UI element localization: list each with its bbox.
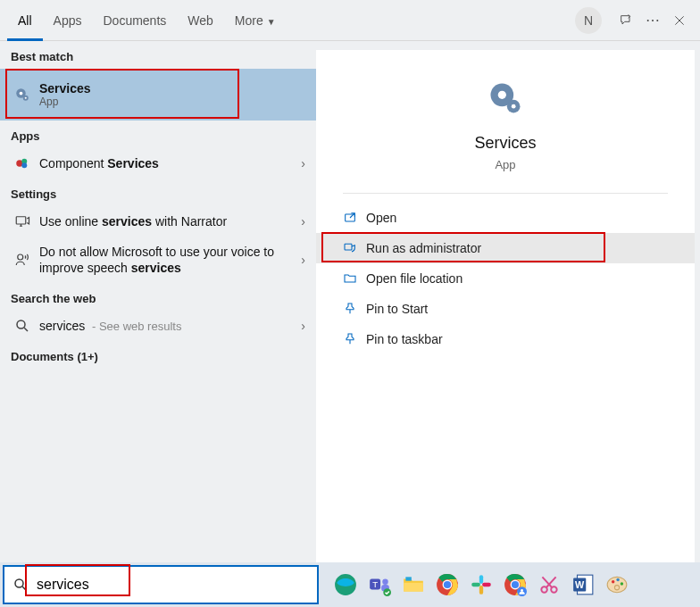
svg-rect-31	[482, 583, 491, 586]
svg-point-27	[444, 581, 451, 588]
svg-point-6	[21, 162, 27, 168]
pin-icon	[343, 332, 366, 346]
open-icon	[343, 211, 366, 225]
chevron-right-icon: ›	[301, 253, 305, 267]
svg-rect-23	[404, 583, 423, 592]
svg-text:W: W	[575, 579, 585, 590]
action-pin-to-start[interactable]: Pin to Start	[316, 294, 695, 324]
svg-point-9	[17, 320, 25, 328]
svg-point-13	[512, 104, 516, 109]
taskbar-paint-icon[interactable]	[604, 571, 630, 598]
svg-rect-29	[471, 583, 480, 586]
result-component-services[interactable]: Component Services ›	[0, 148, 316, 179]
preview-pane: Services App Open Run as administrator O…	[316, 50, 695, 562]
best-match-heading: Best match	[0, 41, 316, 69]
svg-rect-7	[16, 217, 26, 224]
svg-point-46	[614, 586, 619, 590]
search-icon	[11, 318, 34, 334]
svg-rect-15	[345, 244, 352, 250]
tab-more[interactable]: More▼	[224, 0, 287, 41]
chevron-right-icon: ›	[301, 214, 305, 229]
taskbar-chrome-canary-icon[interactable]	[502, 571, 529, 598]
result-speech-services[interactable]: Do not allow Microsoft to use your voice…	[0, 237, 316, 283]
apps-heading: Apps	[0, 121, 316, 148]
svg-text:T: T	[372, 579, 378, 589]
best-match-subtitle: App	[39, 96, 305, 108]
svg-point-3	[25, 97, 27, 99]
component-services-icon	[11, 155, 34, 171]
admin-shield-icon	[343, 241, 366, 255]
taskbar-snip-icon[interactable]	[536, 571, 562, 598]
svg-rect-28	[479, 575, 483, 584]
chevron-right-icon: ›	[301, 319, 305, 333]
svg-point-16	[15, 579, 23, 587]
taskbar-chrome-icon[interactable]	[434, 571, 461, 598]
svg-rect-30	[479, 586, 483, 595]
feedback-icon[interactable]	[612, 7, 639, 34]
search-web-heading: Search the web	[0, 283, 316, 311]
result-narrator-services[interactable]: Use online services with Narrator ›	[0, 206, 316, 237]
chevron-down-icon: ▼	[267, 17, 276, 27]
pin-icon	[343, 302, 366, 316]
taskbar-word-icon[interactable]: W	[570, 571, 596, 598]
taskbar-slack-icon[interactable]	[468, 571, 495, 598]
action-run-as-admin[interactable]: Run as administrator	[316, 233, 695, 263]
preview-subtitle: App	[316, 158, 695, 171]
more-options-icon[interactable]: ⋯	[639, 7, 666, 34]
user-avatar[interactable]: N	[575, 7, 602, 34]
result-services-app[interactable]: Services App	[0, 69, 316, 121]
taskbar-edge-icon[interactable]	[332, 571, 359, 598]
action-pin-to-taskbar[interactable]: Pin to taskbar	[316, 324, 695, 354]
result-web-services[interactable]: services - See web results ›	[0, 311, 316, 341]
search-icon	[4, 577, 37, 593]
narrator-icon	[11, 213, 34, 229]
svg-point-22	[383, 588, 391, 596]
services-large-icon	[484, 77, 527, 120]
svg-point-43	[612, 580, 614, 583]
svg-point-34	[512, 581, 519, 588]
taskbar-explorer-icon[interactable]	[400, 571, 427, 598]
chevron-right-icon: ›	[301, 156, 305, 170]
taskbar-teams-icon[interactable]: T	[366, 571, 393, 598]
tab-apps[interactable]: Apps	[43, 0, 93, 41]
search-input[interactable]	[37, 577, 317, 593]
svg-point-36	[521, 589, 523, 592]
action-open-file-location[interactable]: Open file location	[316, 263, 695, 294]
svg-point-44	[616, 578, 619, 581]
svg-point-11	[498, 91, 506, 99]
close-icon[interactable]	[666, 7, 693, 34]
search-box[interactable]	[3, 565, 319, 604]
tab-all[interactable]: All	[7, 0, 43, 41]
services-gear-icon	[11, 87, 34, 103]
svg-point-20	[382, 579, 388, 586]
svg-point-8	[18, 254, 23, 260]
best-match-title: Services	[39, 81, 91, 96]
documents-heading: Documents (1+)	[0, 341, 316, 369]
preview-title: Services	[316, 134, 695, 153]
svg-point-1	[20, 92, 23, 96]
results-pane: Best match Services App Apps Component S…	[0, 41, 316, 562]
folder-icon	[343, 271, 366, 286]
action-open[interactable]: Open	[316, 203, 695, 233]
settings-heading: Settings	[0, 179, 316, 206]
tab-documents[interactable]: Documents	[92, 0, 177, 41]
svg-rect-24	[405, 577, 412, 580]
taskbar: T W	[0, 562, 700, 607]
svg-point-45	[621, 582, 623, 585]
speech-icon	[11, 252, 34, 268]
search-tabs: All Apps Documents Web More▼ N ⋯	[0, 0, 700, 41]
tab-web[interactable]: Web	[177, 0, 224, 41]
